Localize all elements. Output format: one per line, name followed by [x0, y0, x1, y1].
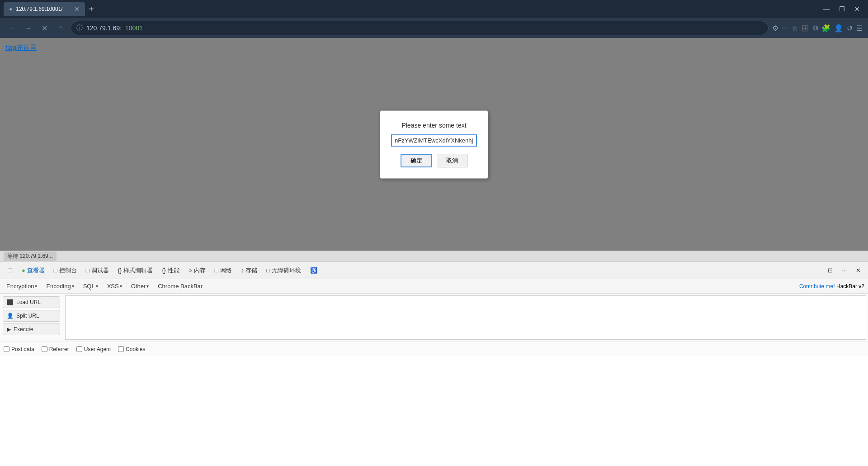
hackbar-body: ⬛ Load URL 👤 Split URL ▶ Execute	[0, 294, 868, 342]
minimize-button[interactable]: —	[819, 3, 834, 15]
hackbar-footer: Post data Referrer User Agent Cookies	[0, 342, 868, 356]
execute-button[interactable]: ▶ Execute	[3, 323, 60, 335]
maximize-button[interactable]: ❐	[835, 3, 849, 15]
encoding-chevron: ▾	[72, 284, 74, 289]
navigation-bar: ← → ✕ ⌂ ⓘ 120.79.1.69:10001 ⚙ ··· ☆ ⊞ ⧉ …	[0, 18, 868, 38]
devtools-cursor-icon[interactable]: ⬚	[4, 265, 16, 276]
storage-icon: □	[266, 267, 270, 274]
devtools-tab-inspector[interactable]: □ 控制台	[50, 265, 80, 276]
performance-label: 内存	[194, 266, 206, 275]
hackbar-menu-sql[interactable]: SQL ▾	[80, 281, 101, 291]
more-options-icon[interactable]: ···	[782, 24, 788, 32]
style-editor-label: 性能	[168, 266, 179, 275]
load-url-button[interactable]: ⬛ Load URL	[3, 296, 60, 308]
chrome-backbar-label: Chrome BackBar	[158, 283, 203, 290]
cookies-label[interactable]: Cookies	[118, 346, 145, 352]
new-tab-button[interactable]: +	[85, 4, 98, 14]
network-icon: ↕	[241, 267, 244, 274]
dialog-cancel-button[interactable]: 取消	[437, 154, 467, 167]
split-url-button[interactable]: 👤 Split URL	[3, 310, 60, 322]
cookies-checkbox[interactable]	[118, 346, 124, 352]
devtools-tab-network[interactable]: ↕ 存储	[237, 265, 261, 276]
devtools-tab-accessibility[interactable]: ♿	[307, 265, 323, 276]
post-data-checkbox[interactable]	[4, 346, 9, 352]
encryption-label: Encryption	[6, 283, 34, 290]
devtools-tab-debugger[interactable]: {} 样式编辑器	[114, 265, 157, 276]
status-text: 等待 120.79.1.69...	[4, 252, 57, 261]
debugger-icon: {}	[118, 267, 122, 274]
tab-favicon: ●	[9, 6, 12, 12]
address-bar[interactable]: ⓘ 120.79.1.69:10001	[71, 21, 769, 35]
hackbar-sidebar: ⬛ Load URL 👤 Split URL ▶ Execute	[0, 294, 63, 342]
contribute-link[interactable]: Contribute me!	[799, 283, 835, 290]
page-content: flag在这里 Please enter some text 确定 取消	[0, 38, 868, 251]
devtools-close-button[interactable]: ✕	[852, 265, 864, 276]
dialog: Please enter some text 确定 取消	[380, 110, 488, 179]
hackbar-url-textarea[interactable]	[65, 295, 866, 340]
split-url-icon: 👤	[7, 313, 14, 319]
encryption-chevron: ▾	[35, 284, 37, 289]
hackbar-menu-chrome-backbar[interactable]: Chrome BackBar	[155, 281, 205, 291]
url-port: 10001	[125, 24, 143, 32]
cookies-text: Cookies	[126, 346, 145, 352]
hackbar-menu-xss[interactable]: XSS ▾	[104, 281, 125, 291]
devtools-toolbar: ⬚ ● 查看器 □ 控制台 □ 调试器 {} 样式编辑器 {} 性能 ○ 内存 …	[0, 262, 868, 279]
bookmark-icon[interactable]: ☆	[792, 24, 798, 33]
tab-view-icon[interactable]: ⧉	[813, 24, 818, 32]
network-label: 存储	[245, 266, 257, 275]
split-url-label: Split URL	[16, 313, 39, 319]
execute-label: Execute	[14, 326, 33, 333]
console-label: 调试器	[91, 266, 109, 275]
url-protocol: 120.79.1.69:	[86, 24, 122, 32]
user-agent-label[interactable]: User Agent	[76, 346, 111, 352]
tab-close-button[interactable]: ✕	[74, 5, 80, 13]
memory-label: 网络	[220, 266, 232, 275]
devtools-tab-memory[interactable]: □ 网络	[211, 265, 236, 276]
other-chevron: ▾	[146, 284, 149, 289]
user-agent-text: User Agent	[84, 346, 111, 352]
home-button[interactable]: ⌂	[54, 22, 67, 34]
extensions2-icon[interactable]: 🧩	[821, 24, 830, 33]
devtools-tab-console[interactable]: □ 调试器	[82, 265, 113, 276]
back-button[interactable]: ←	[5, 22, 18, 34]
storage-label: 无障碍环境	[272, 266, 301, 275]
dialog-confirm-button[interactable]: 确定	[401, 154, 432, 167]
devtools-dock-button[interactable]: ⊡	[824, 265, 836, 276]
devtools-tab-performance[interactable]: ○ 内存	[185, 265, 209, 276]
other-label: Other	[131, 283, 146, 290]
menu-icon[interactable]: ☰	[856, 24, 863, 33]
extensions-icon[interactable]: ⚙	[772, 24, 778, 33]
hackbar-menu-encoding[interactable]: Encoding ▾	[43, 281, 76, 291]
active-tab[interactable]: ● 120.79.1.69:10001/ ✕	[4, 2, 85, 16]
devtools-tab-style-editor[interactable]: {} 性能	[158, 265, 183, 276]
user-agent-checkbox[interactable]	[76, 346, 82, 352]
devtools-tab-hackbar[interactable]: ● 查看器	[18, 265, 48, 276]
hackbar-menu-encryption[interactable]: Encryption ▾	[4, 281, 40, 291]
devtools-tab-storage[interactable]: □ 无障碍环境	[263, 265, 305, 276]
dialog-input[interactable]	[391, 134, 477, 147]
security-icon: ⓘ	[76, 24, 83, 32]
sql-chevron: ▾	[96, 284, 98, 289]
post-data-label[interactable]: Post data	[4, 346, 34, 352]
referrer-checkbox[interactable]	[42, 346, 47, 352]
dialog-overlay: Please enter some text 确定 取消	[0, 38, 868, 251]
style-editor-icon: {}	[162, 267, 166, 274]
referrer-label[interactable]: Referrer	[42, 346, 69, 352]
memory-icon: □	[215, 267, 218, 274]
browser-chrome: ● 120.79.1.69:10001/ ✕ + — ❐ ✕	[0, 0, 868, 18]
reload-button[interactable]: ✕	[38, 22, 51, 34]
dialog-title: Please enter some text	[391, 122, 477, 129]
close-button[interactable]: ✕	[850, 3, 864, 15]
accessibility-icon: ♿	[310, 267, 317, 274]
referrer-text: Referrer	[49, 346, 69, 352]
sync-icon[interactable]: ↺	[847, 24, 853, 33]
forward-button[interactable]: →	[22, 22, 34, 34]
sidebar-icon[interactable]: ⊞	[802, 23, 809, 33]
profile-icon[interactable]: 👤	[834, 24, 843, 33]
performance-icon: ○	[189, 267, 192, 274]
load-url-icon: ⬛	[7, 299, 14, 305]
devtools-more-button[interactable]: ···	[838, 265, 850, 276]
hackbar: Encryption ▾ Encoding ▾ SQL ▾ XSS ▾ Othe…	[0, 279, 868, 356]
hackbar-version: HackBar v2	[836, 283, 864, 290]
hackbar-menu-other[interactable]: Other ▾	[128, 281, 152, 291]
